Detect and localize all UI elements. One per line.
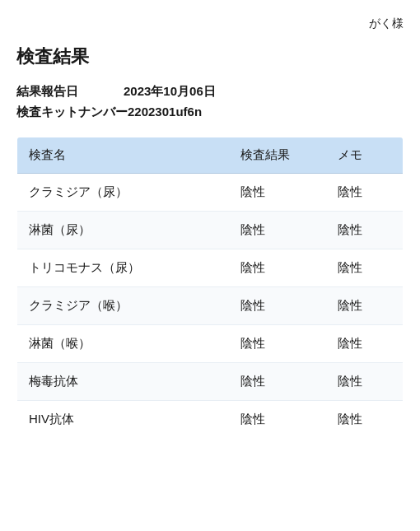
col-header-result: 検査結果 [229,137,325,174]
date-value: 2023年10月06日 [124,84,216,100]
kit-label: 検査キットナンバー [16,105,128,120]
cell-test-name: 淋菌（尿） [17,212,230,249]
col-header-memo: メモ [326,137,404,174]
cell-test-memo: 陰性 [326,325,404,363]
table-header-row: 検査名 検査結果 メモ [17,137,404,174]
cell-test-name: クラミジア（尿） [17,174,230,212]
cell-test-result: 陰性 [229,287,325,325]
cell-test-name: クラミジア（喉） [17,287,230,325]
kit-value: 2202301uf6n [128,105,202,119]
cell-test-result: 陰性 [229,325,325,363]
date-row: 結果報告日 2023年10月06日 [16,84,404,100]
cell-test-name: 梅毒抗体 [17,363,230,401]
table-row: クラミジア（尿）陰性陰性 [17,174,404,212]
cell-test-result: 陰性 [229,212,325,249]
cell-test-result: 陰性 [229,401,325,439]
table-row: クラミジア（喉）陰性陰性 [17,287,404,325]
results-table: 検査名 検査結果 メモ クラミジア（尿）陰性陰性淋菌（尿）陰性陰性トリコモナス（… [16,137,404,439]
cell-test-result: 陰性 [229,363,325,401]
table-row: トリコモナス（尿）陰性陰性 [17,249,404,287]
table-row: HIV抗体陰性陰性 [17,401,404,439]
cell-test-result: 陰性 [229,174,325,212]
page-container: がく様 検査結果 結果報告日 2023年10月06日 検査キットナンバー 220… [0,0,420,531]
cell-test-memo: 陰性 [326,249,404,287]
user-name: がく様 [16,16,404,31]
cell-test-name: トリコモナス（尿） [17,249,230,287]
cell-test-memo: 陰性 [326,363,404,401]
date-label: 結果報告日 [16,84,124,100]
table-row: 淋菌（喉）陰性陰性 [17,325,404,363]
table-row: 淋菌（尿）陰性陰性 [17,212,404,249]
table-row: 梅毒抗体陰性陰性 [17,363,404,401]
cell-test-name: HIV抗体 [17,401,230,439]
col-header-name: 検査名 [17,137,230,174]
cell-test-memo: 陰性 [326,401,404,439]
kit-row: 検査キットナンバー 2202301uf6n [16,105,404,120]
meta-section: 結果報告日 2023年10月06日 検査キットナンバー 2202301uf6n [16,84,404,120]
page-title: 検査結果 [16,44,404,69]
cell-test-memo: 陰性 [326,174,404,212]
cell-test-result: 陰性 [229,249,325,287]
cell-test-name: 淋菌（喉） [17,325,230,363]
cell-test-memo: 陰性 [326,212,404,249]
cell-test-memo: 陰性 [326,287,404,325]
